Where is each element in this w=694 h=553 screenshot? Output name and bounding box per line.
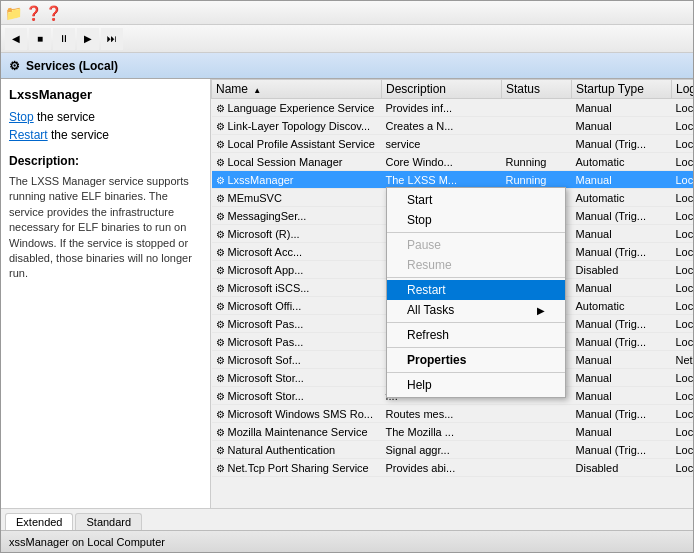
row-name: ⚙Language Experience Service [212,99,382,117]
main-area: LxssManager Stop the service Restart the… [1,79,693,508]
table-row[interactable]: ⚙LxssManagerThe LXSS M...RunningManualLo… [212,171,694,189]
row-name: ⚙Natural Authentication [212,441,382,459]
back-button[interactable]: ◀ [5,28,27,50]
table-row[interactable]: ⚙Net.Tcp Port Sharing ServiceProvides ab… [212,459,694,477]
view-menu-icon[interactable]: ❓ [25,5,41,21]
row-log: Loc [672,423,694,441]
submenu-arrow-icon: ▶ [537,305,545,316]
row-log: Loc [672,297,694,315]
col-name[interactable]: Name ▲ [212,80,382,99]
pause-button[interactable]: ⏸ [53,28,75,50]
context-menu-item-start[interactable]: Start [387,190,565,210]
context-menu-item-resume: Resume [387,255,565,275]
skip-button[interactable]: ⏭ [101,28,123,50]
window-title: Services (Local) [26,59,118,73]
menu-separator [387,322,565,323]
restart-action: Restart the service [9,128,202,142]
row-log: Loc [672,135,694,153]
service-icon: ⚙ [216,373,225,384]
play-button[interactable]: ▶ [77,28,99,50]
table-row[interactable]: ⚙Local Session ManagerCore Windo...Runni… [212,153,694,171]
description-label: Description: [9,154,202,168]
service-icon: ⚙ [216,247,225,258]
row-name: ⚙Microsoft Pas... [212,315,382,333]
menu-item-label: Properties [407,353,466,367]
file-menu-icon[interactable]: 📁 [5,5,21,21]
row-log: Loc [672,225,694,243]
context-menu-item-all-tasks[interactable]: All Tasks▶ [387,300,565,320]
row-log: Loc [672,117,694,135]
row-log: Loc [672,369,694,387]
row-status [502,135,572,153]
table-row[interactable]: ⚙Natural AuthenticationSignal aggr...Man… [212,441,694,459]
row-description: Core Windo... [382,153,502,171]
col-startup[interactable]: Startup Type [572,80,672,99]
row-startup: Manual [572,369,672,387]
service-icon: ⚙ [216,265,225,276]
service-icon: ⚙ [216,427,225,438]
row-startup: Disabled [572,459,672,477]
row-name: ⚙MEmuSVC [212,189,382,207]
restart-suffix: the service [48,128,109,142]
menu-item-label: Restart [407,283,446,297]
tab-standard[interactable]: Standard [75,513,142,530]
row-status [502,441,572,459]
row-name: ⚙Local Session Manager [212,153,382,171]
row-startup: Manual [572,99,672,117]
service-icon: ⚙ [216,409,225,420]
action-toolbar: ◀ ■ ⏸ ▶ ⏭ [1,25,693,53]
row-startup: Automatic [572,153,672,171]
row-log: Loc [672,99,694,117]
menu-item-label: Pause [407,238,441,252]
row-status [502,423,572,441]
context-menu-item-stop[interactable]: Stop [387,210,565,230]
row-startup: Manual [572,279,672,297]
context-menu-item-refresh[interactable]: Refresh [387,325,565,345]
service-icon: ⚙ [216,175,225,186]
row-name: ⚙Microsoft (R)... [212,225,382,243]
row-startup: Manual [572,351,672,369]
table-row[interactable]: ⚙Mozilla Maintenance ServiceThe Mozilla … [212,423,694,441]
context-menu-item-properties[interactable]: Properties [387,350,565,370]
context-menu-item-pause: Pause [387,235,565,255]
row-name: ⚙Microsoft App... [212,261,382,279]
row-startup: Manual [572,171,672,189]
context-menu-item-restart[interactable]: Restart [387,280,565,300]
col-log[interactable]: Log [672,80,694,99]
row-name: ⚙Local Profile Assistant Service [212,135,382,153]
row-log: Net [672,351,694,369]
menu-item-label: Refresh [407,328,449,342]
menu-item-label: Stop [407,213,432,227]
row-startup: Automatic [572,189,672,207]
help-menu-icon[interactable]: ❓ [45,5,61,21]
stop-link[interactable]: Stop [9,110,34,124]
table-row[interactable]: ⚙Microsoft Windows SMS Ro...Routes mes..… [212,405,694,423]
table-row[interactable]: ⚙Link-Layer Topology Discov...Creates a … [212,117,694,135]
panel-service-title: LxssManager [9,87,202,102]
service-icon: ⚙ [216,229,225,240]
stop-suffix: the service [34,110,95,124]
row-startup: Manual (Trig... [572,207,672,225]
col-status[interactable]: Status [502,80,572,99]
tab-extended[interactable]: Extended [5,513,73,531]
stop-button[interactable]: ■ [29,28,51,50]
restart-link[interactable]: Restart [9,128,48,142]
col-description[interactable]: Description [382,80,502,99]
row-startup: Disabled [572,261,672,279]
row-log: Loc [672,387,694,405]
row-name: ⚙Microsoft Stor... [212,369,382,387]
row-log: Loc [672,189,694,207]
row-status [502,117,572,135]
row-name: ⚙Net.Tcp Port Sharing Service [212,459,382,477]
row-startup: Manual [572,117,672,135]
menu-item-label: All Tasks [407,303,454,317]
tab-bar: Extended Standard [1,508,693,530]
table-row[interactable]: ⚙Local Profile Assistant ServiceserviceM… [212,135,694,153]
service-icon: ⚙ [216,463,225,474]
row-log: Loc [672,315,694,333]
row-name: ⚙Microsoft Pas... [212,333,382,351]
row-name: ⚙Link-Layer Topology Discov... [212,117,382,135]
table-row[interactable]: ⚙Language Experience ServiceProvides inf… [212,99,694,117]
row-startup: Manual [572,423,672,441]
context-menu-item-help[interactable]: Help [387,375,565,395]
